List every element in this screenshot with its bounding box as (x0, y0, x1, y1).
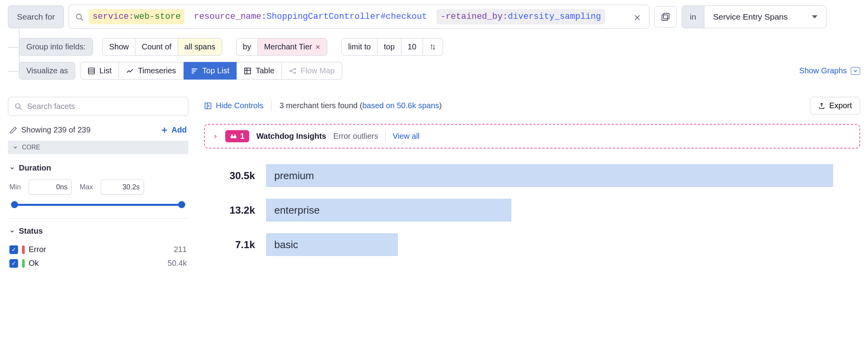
toplist-value: 30.5k (212, 170, 255, 182)
search-token-retained[interactable]: -retained_by:diversity_sampling (436, 9, 605, 24)
svg-point-17 (290, 70, 291, 71)
slider-knob-min[interactable] (11, 201, 18, 208)
duration-min-label: Min (9, 183, 21, 191)
spans-link[interactable]: based on 50.6k spans (362, 101, 439, 110)
pencil-icon[interactable] (9, 126, 17, 134)
status-count-ok: 50.4k (168, 259, 187, 268)
status-row-error[interactable]: ✓ Error 211 (9, 243, 187, 256)
search-icon (75, 13, 84, 22)
toplist-icon (191, 67, 199, 75)
group-show[interactable]: Show (102, 38, 135, 56)
viz-table[interactable]: Table (237, 62, 282, 80)
viz-toplist-label: Top List (202, 66, 230, 75)
svg-line-23 (20, 107, 22, 109)
toplist-bar: enterprise (266, 199, 511, 221)
slider-knob-max[interactable] (178, 201, 185, 208)
status-pill-error (22, 245, 25, 254)
duration-min-input[interactable] (29, 180, 72, 195)
sort-icon (429, 44, 436, 51)
watchdog-title: Watchdog Insights (256, 132, 326, 141)
flowmap-icon (289, 67, 297, 75)
duration-slider[interactable] (11, 201, 185, 208)
show-graphs-text: Show Graphs (799, 66, 847, 75)
viz-table-label: Table (255, 66, 274, 75)
saved-views-button[interactable] (654, 6, 677, 27)
svg-rect-30 (232, 134, 233, 136)
search-query-box[interactable]: service:web-store resource_name:Shopping… (69, 5, 649, 29)
group-countof[interactable]: Count of (135, 38, 178, 56)
status-label-ok: Ok (29, 259, 39, 268)
limit-top[interactable]: top (377, 38, 401, 56)
svg-rect-4 (664, 13, 669, 19)
remove-dimension-icon[interactable] (315, 44, 321, 50)
status-row-ok[interactable]: ✓ Ok 50.4k (9, 256, 187, 270)
plus-icon (160, 126, 168, 134)
group-row: Group into fields: Show Count of all spa… (19, 38, 860, 56)
visualize-row: Visualize as List Timeseries Top List (19, 62, 860, 80)
group-allspans[interactable]: all spans (178, 38, 222, 56)
viz-flowmap[interactable]: Flow Map (282, 62, 342, 80)
group-label: Group into fields: (19, 38, 93, 56)
group-by-label[interactable]: by (236, 38, 258, 56)
divider (385, 131, 386, 142)
search-token-service[interactable]: service:web-store (89, 9, 184, 24)
watchdog-badge: 1 (225, 130, 249, 142)
expand-graphs-icon (851, 67, 860, 75)
viz-list[interactable]: List (80, 62, 119, 80)
viz-toplist[interactable]: Top List (184, 62, 237, 80)
search-token-resource[interactable]: resource_name:ShoppingCartController#che… (190, 9, 431, 24)
status-count-error: 211 (174, 245, 187, 254)
watchdog-subtitle: Error outliers (333, 132, 378, 141)
svg-rect-5 (662, 15, 667, 20)
clear-search-icon[interactable] (632, 12, 643, 23)
scope-value: Service Entry Spans (713, 12, 788, 22)
search-for-button[interactable]: Search for (8, 5, 64, 28)
add-facet-button[interactable]: Add (160, 125, 187, 134)
checkbox-ok[interactable]: ✓ (9, 259, 18, 268)
toplist-row[interactable]: 30.5k premium (212, 164, 860, 187)
watchdog-banner[interactable]: 1 Watchdog Insights Error outliers View … (204, 124, 860, 149)
export-icon (818, 102, 825, 109)
search-tokens[interactable]: service:web-store resource_name:Shopping… (89, 9, 627, 24)
group-dimension[interactable]: Merchant Tier (258, 38, 327, 56)
chevron-down-icon (13, 145, 18, 150)
svg-line-21 (291, 71, 294, 73)
sort-button[interactable] (423, 38, 443, 56)
svg-point-19 (294, 72, 295, 73)
divider (8, 218, 188, 219)
viz-timeseries[interactable]: Timeseries (119, 62, 183, 80)
chevron-right-icon[interactable] (213, 134, 218, 139)
svg-point-0 (77, 14, 82, 19)
svg-rect-31 (234, 134, 235, 136)
limit-value[interactable]: 10 (401, 38, 423, 56)
hide-controls-link[interactable]: Hide Controls (204, 101, 263, 110)
timeseries-icon (126, 67, 134, 75)
facet-duration-header[interactable]: Duration (9, 163, 187, 172)
duration-max-label: Max (80, 183, 93, 191)
search-icon (15, 103, 22, 111)
table-icon (244, 67, 252, 75)
duration-max-input[interactable] (101, 180, 144, 195)
scope-select[interactable]: Service Entry Spans (704, 6, 826, 28)
facet-search-placeholder: Search facets (27, 102, 75, 111)
list-icon (88, 67, 95, 75)
svg-rect-8 (89, 68, 95, 74)
toplist-row[interactable]: 13.2k enterprise (212, 199, 860, 221)
show-graphs-link[interactable]: Show Graphs (799, 66, 860, 75)
viz-label: Visualize as (19, 62, 75, 80)
svg-rect-14 (245, 68, 251, 74)
core-section-header[interactable]: CORE (8, 141, 188, 154)
checkbox-error[interactable]: ✓ (9, 245, 18, 254)
scope-selector: in Service Entry Spans (682, 5, 826, 28)
panel-collapse-icon (204, 102, 212, 110)
core-label: CORE (22, 144, 40, 151)
toplist-row[interactable]: 7.1k basic (212, 233, 860, 256)
facet-sidebar: Search facets Showing 239 of 239 Add COR… (8, 97, 188, 280)
status-pill-ok (22, 259, 25, 268)
svg-line-20 (291, 69, 294, 71)
limit-label[interactable]: limit to (341, 38, 377, 56)
watchdog-viewall-link[interactable]: View all (393, 132, 420, 141)
export-button[interactable]: Export (810, 97, 860, 114)
facet-status-header[interactable]: Status (9, 227, 187, 236)
facet-search-input[interactable]: Search facets (8, 97, 188, 116)
